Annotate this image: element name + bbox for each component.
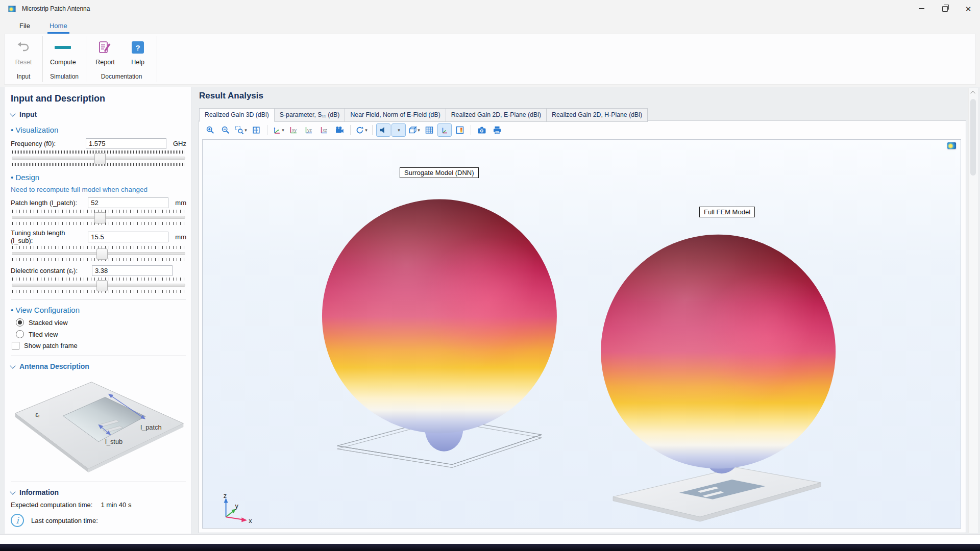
result-analysis-panel: Result Analysis Realized Gain 3D (dBi) S… — [196, 87, 968, 534]
dropdown-caret-icon[interactable]: ▾ — [244, 128, 247, 133]
input-section-header[interactable]: Input — [11, 110, 186, 118]
menu-home[interactable]: Home — [47, 22, 69, 34]
chevron-up-icon — [970, 90, 975, 95]
view-xz-button[interactable]: xz — [317, 123, 331, 137]
minimize-button[interactable] — [910, 0, 933, 17]
maximize-button[interactable] — [933, 0, 957, 17]
speaker-icon — [379, 126, 388, 135]
stacked-view-option[interactable]: Stacked view — [16, 318, 186, 327]
fem-pattern — [601, 235, 836, 521]
compute-button[interactable]: Compute — [50, 37, 76, 66]
axes-toggle-button[interactable] — [437, 123, 452, 137]
zoom-in-icon — [206, 126, 215, 135]
patch-length-slider-track[interactable] — [12, 213, 185, 222]
help-button[interactable]: ? Help — [126, 37, 150, 66]
view-xy-icon: xy — [289, 126, 298, 135]
checkbox-icon[interactable] — [12, 342, 19, 349]
svg-text:yz: yz — [307, 128, 312, 133]
scene-cube-button[interactable]: ▾ — [407, 123, 421, 137]
grid-toggle-button[interactable] — [422, 123, 436, 137]
input-description-panel: Input and Description Input Visualizatio… — [4, 87, 191, 534]
menu-file[interactable]: File — [17, 22, 32, 34]
frequency-slider-thumb[interactable] — [94, 153, 106, 164]
dropdown-caret-icon[interactable]: ▾ — [282, 128, 284, 133]
default-3d-view-button[interactable]: ▾ — [271, 123, 285, 137]
scene-cube-icon — [408, 126, 417, 135]
report-button[interactable]: Report — [93, 37, 117, 66]
surrogate-pattern — [322, 199, 557, 468]
comsol-logo-icon[interactable] — [947, 142, 956, 149]
antenna-description-label: Antenna Description — [19, 362, 89, 370]
speaker-toggle-button[interactable] — [376, 123, 390, 137]
speaker-dropdown-button[interactable]: ▾ — [391, 123, 406, 137]
tab-realized-gain-3d[interactable]: Realized Gain 3D (dBi) — [199, 108, 275, 122]
snapshot-button[interactable] — [475, 123, 489, 137]
scroll-up-button[interactable] — [969, 88, 978, 97]
color-legend-toggle-button[interactable] — [453, 123, 467, 137]
camera-icon — [477, 126, 486, 135]
close-button[interactable]: ✕ — [957, 0, 980, 17]
divider — [11, 356, 186, 356]
rotate-view-button[interactable]: ▾ — [354, 123, 369, 137]
stub-length-field[interactable] — [88, 232, 168, 242]
information-header[interactable]: Information — [11, 488, 186, 496]
zoom-out-button[interactable] — [218, 123, 233, 137]
tab-s-parameter[interactable]: S-parameter, S₁₁ (dB) — [275, 108, 346, 122]
ribbon-group-input-label: Input — [12, 70, 35, 84]
dropdown-caret-icon[interactable]: ▾ — [365, 128, 368, 133]
patch-length-field[interactable] — [88, 197, 168, 208]
axes-icon — [440, 126, 449, 135]
zoom-extents-button[interactable] — [249, 123, 263, 137]
ribbon-group-documentation: Report ? Help Documentation — [86, 34, 157, 84]
tab-gain-2d-e-plane[interactable]: Realized Gain 2D, E-Plane (dBi) — [446, 108, 547, 122]
er-annotation: εᵣ — [35, 411, 40, 418]
dropdown-caret-icon[interactable]: ▾ — [398, 128, 400, 133]
expected-time-label: Expected computation time: — [11, 501, 92, 509]
bottom-strip — [0, 534, 980, 544]
stub-length-slider-track[interactable] — [12, 249, 185, 258]
view-xz-icon: xz — [320, 126, 329, 135]
graphics-canvas[interactable]: z y x Surrogate Model (DNN) Full FEM Mod… — [202, 139, 961, 529]
frequency-slider-track[interactable] — [12, 154, 185, 163]
view-yz-button[interactable]: yz — [302, 123, 316, 137]
dielectric-slider-thumb[interactable] — [96, 280, 108, 291]
zoom-box-button[interactable]: ▾ — [234, 123, 248, 137]
dielectric-field[interactable] — [92, 265, 173, 276]
app-window: Microstrip Patch Antenna ✕ File Home Res… — [0, 0, 980, 551]
movie-camera-button[interactable] — [332, 123, 347, 137]
view-xy-button[interactable]: xy — [286, 123, 301, 137]
report-label: Report — [95, 59, 115, 66]
ribbon: Reset Input Compute Simulation — [4, 34, 976, 85]
help-icon: ? — [132, 40, 144, 55]
restore-icon — [942, 6, 948, 12]
frequency-field[interactable] — [86, 138, 166, 149]
print-icon — [493, 126, 502, 135]
scrollbar-thumb[interactable] — [970, 99, 976, 176]
show-patch-frame-option[interactable]: Show patch frame — [12, 342, 186, 349]
divider — [11, 299, 186, 299]
svg-text:xy: xy — [292, 128, 297, 133]
vertical-scrollbar[interactable] — [968, 88, 978, 533]
tab-gain-2d-h-plane[interactable]: Realized Gain 2D, H-Plane (dBi) — [547, 108, 648, 122]
radio-icon[interactable] — [16, 330, 24, 338]
surrogate-model-label: Surrogate Model (DNN) — [400, 167, 479, 178]
dielectric-slider-track[interactable] — [12, 281, 185, 290]
ribbon-group-simulation: Compute Simulation — [43, 34, 86, 84]
antenna-description-header[interactable]: Antenna Description — [11, 362, 186, 370]
dropdown-caret-icon[interactable]: ▾ — [418, 128, 420, 133]
ribbon-group-documentation-label: Documentation — [93, 70, 150, 84]
tiled-view-option[interactable]: Tiled view — [16, 330, 186, 338]
stub-length-slider-thumb[interactable] — [96, 248, 108, 260]
results-tabs: Realized Gain 3D (dBi) S-parameter, S₁₁ … — [199, 108, 648, 122]
radio-selected-icon[interactable] — [16, 318, 24, 327]
toolbar-separator — [267, 125, 267, 135]
patch-length-slider-thumb[interactable] — [94, 212, 106, 223]
zoom-extents-icon — [252, 126, 261, 135]
svg-text:xz: xz — [323, 128, 328, 133]
reset-button[interactable]: Reset — [12, 37, 35, 66]
axis-z-label: z — [224, 492, 227, 499]
app-logo-icon — [8, 6, 16, 12]
tab-near-field[interactable]: Near Field, Norm of E-Field (dB) — [345, 108, 446, 122]
zoom-in-button[interactable] — [203, 123, 217, 137]
print-button[interactable] — [490, 123, 504, 137]
